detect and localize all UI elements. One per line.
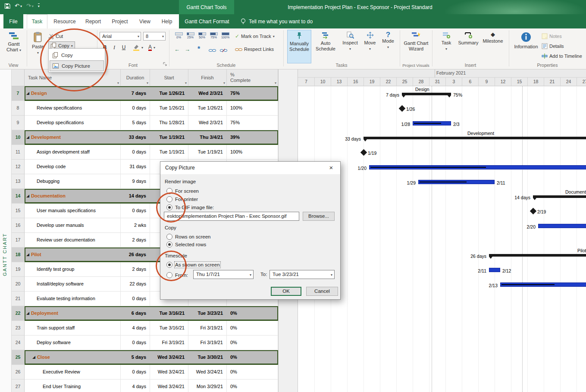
cell-name[interactable]: Identify test group	[25, 262, 121, 277]
cell-name[interactable]: ◢Close	[25, 350, 121, 365]
tab-task[interactable]: Task	[27, 14, 47, 28]
cell-duration[interactable]: 0 days	[121, 336, 150, 350]
filter-arrow-icon[interactable]: ▾	[275, 81, 276, 85]
cell-name[interactable]: Executive Review	[25, 365, 121, 379]
cell-duration[interactable]: 5 days	[121, 116, 150, 130]
cell-name[interactable]: Develop code	[25, 160, 121, 174]
timescale-day-cell[interactable]: 12	[495, 78, 511, 86]
mark-on-track-button[interactable]: ✓ Mark on Track ▾	[235, 32, 275, 41]
cell-duration[interactable]: 2 days	[121, 262, 150, 277]
undo-button[interactable]: ↶▾	[15, 3, 22, 9]
cell-start[interactable]: Fri 3/19/21	[150, 336, 188, 350]
timescale-day-cell[interactable]: 9	[478, 78, 495, 86]
timescale-day-cell[interactable]: 6	[462, 78, 478, 86]
from-date-combobox[interactable]: Thu 1/7/21 ▾	[193, 270, 254, 279]
timescale-day-cell[interactable]: 28	[413, 78, 429, 86]
row-number-cell[interactable]: 20	[12, 277, 25, 292]
timescale-day-cell[interactable]: 19	[364, 78, 380, 86]
row-number-cell[interactable]: 26	[12, 365, 25, 379]
cell-name[interactable]: Develop user manuals	[25, 218, 121, 233]
menu-item-copy[interactable]: Copy	[50, 50, 104, 60]
gantt-summary-bar[interactable]	[533, 195, 586, 198]
gantt-milestone[interactable]	[399, 105, 406, 112]
cell-name[interactable]: ◢Design	[25, 86, 121, 101]
row-number-cell[interactable]: 8	[12, 101, 25, 116]
cell-finish[interactable]: Tue 3/30/21	[188, 350, 227, 365]
cell-finish[interactable]: Wed 2/3/21	[188, 86, 227, 101]
expand-collapse-icon[interactable]: ◢	[26, 311, 29, 315]
cell-name[interactable]: End User Training	[25, 379, 121, 392]
cell-finish[interactable]: Mon 3/29/21	[188, 379, 227, 392]
cell-pct[interactable]: 100%	[227, 145, 278, 160]
radio-selected-rows[interactable]: Selected rows	[166, 241, 206, 248]
row-number-cell[interactable]: 22	[12, 306, 25, 321]
gantt-summary-bar[interactable]	[402, 93, 451, 95]
radio-to-gif-file[interactable]: To GIF image file:	[166, 204, 214, 210]
timescale-day-cell[interactable]: 25	[396, 78, 413, 86]
notes-button[interactable]: Notes	[542, 32, 562, 41]
cell-start[interactable]: Tue 1/26/21	[150, 86, 188, 101]
cell-pct[interactable]: 0%	[227, 321, 278, 336]
dialog-close-button[interactable]: ×	[322, 162, 340, 174]
details-button[interactable]: Details	[542, 42, 564, 50]
customize-qat-button[interactable]: ▾	[38, 3, 40, 8]
cell-start[interactable]: Thu 1/28/21	[150, 116, 188, 130]
cut-button[interactable]: Cut	[48, 32, 63, 41]
link-tasks-button[interactable]	[209, 46, 216, 54]
cell-duration[interactable]: 2 wks	[121, 218, 150, 233]
browse-button[interactable]: Browse...	[303, 212, 335, 221]
cell-name[interactable]: ◢Deployment	[25, 306, 121, 321]
insert-milestone-button[interactable]: ◆ Milestone	[481, 30, 505, 63]
row-number-cell[interactable]: 23	[12, 321, 25, 336]
timescale-month-row[interactable]: February 2021	[298, 69, 586, 78]
cell-start[interactable]: Tue 3/16/21	[150, 306, 188, 321]
font-size-combobox[interactable]: 8▾	[143, 32, 166, 41]
manually-schedule-button[interactable]: Manually Schedule	[287, 30, 311, 63]
expand-collapse-icon[interactable]: ◢	[26, 91, 29, 95]
cell-name[interactable]: ◢Documentation	[25, 189, 121, 204]
percent-complete-50%-button[interactable]: 50%	[197, 32, 207, 41]
cell-name[interactable]: User manuals specifications	[25, 204, 121, 218]
cell-pct[interactable]: 0%	[227, 336, 278, 350]
cell-start[interactable]: Tue 3/16/21	[150, 321, 188, 336]
cell-duration[interactable]: 0 days	[121, 292, 150, 306]
radio-for-screen[interactable]: For screen	[166, 188, 199, 194]
cell-start[interactable]: Wed 3/24/21	[150, 365, 188, 379]
cell-finish[interactable]: Thu 3/4/21	[188, 130, 227, 145]
inactivate-button[interactable]: *	[197, 45, 200, 53]
inspect-button[interactable]: Inspect ▾	[341, 30, 360, 63]
expand-collapse-icon[interactable]: ◢	[32, 355, 35, 359]
add-to-timeline-button[interactable]: Add to Timeline	[542, 52, 582, 60]
gantt-task-bar[interactable]	[538, 224, 586, 228]
cell-duration[interactable]: 4 days	[121, 321, 150, 336]
timescale-day-cell[interactable]: 21	[544, 78, 560, 86]
cell-start[interactable]: Wed 3/24/21	[150, 350, 188, 365]
cell-duration[interactable]: 4 days	[121, 379, 150, 392]
timescale-day-cell[interactable]: 10	[314, 78, 331, 86]
background-color-button[interactable]: ▾	[133, 43, 143, 52]
mode-button[interactable]: ? Mode ▾	[379, 30, 397, 63]
cell-finish[interactable]: Wed 2/3/21	[188, 116, 227, 130]
timescale-day-cell[interactable]: 16	[347, 78, 364, 86]
row-number-cell[interactable]: 18	[12, 248, 25, 262]
radio-as-shown-on-screen[interactable]: As shown on screen	[166, 261, 220, 268]
timescale-day-cell[interactable]: 15	[511, 78, 527, 86]
cell-duration[interactable]: 0 days	[121, 204, 150, 218]
percent-complete-25%-button[interactable]: 25%	[185, 32, 196, 41]
cell-pct[interactable]: 100%	[227, 101, 278, 116]
timescale-day-cell[interactable]: 13	[331, 78, 347, 86]
indent-task-button[interactable]: →	[185, 45, 190, 53]
row-number-cell[interactable]: 27	[12, 379, 25, 392]
cell-finish[interactable]: Tue 3/23/21	[188, 306, 227, 321]
cell-name[interactable]: Develop specifications	[25, 116, 121, 130]
underline-button[interactable]: U	[119, 43, 128, 52]
cell-finish[interactable]: Fri 3/19/21	[188, 336, 227, 350]
expand-collapse-icon[interactable]: ◢	[26, 252, 29, 257]
filter-arrow-icon[interactable]: ▾	[117, 81, 119, 85]
row-number-cell[interactable]: 13	[12, 174, 25, 189]
timescale-day-cell[interactable]: 31	[429, 78, 445, 86]
outdent-task-button[interactable]: ←	[174, 45, 180, 53]
column-header-finish[interactable]: Finish▾	[188, 69, 227, 86]
row-number-cell[interactable]: 19	[12, 262, 25, 277]
percent-complete-75%-button[interactable]: 75%	[208, 32, 219, 41]
